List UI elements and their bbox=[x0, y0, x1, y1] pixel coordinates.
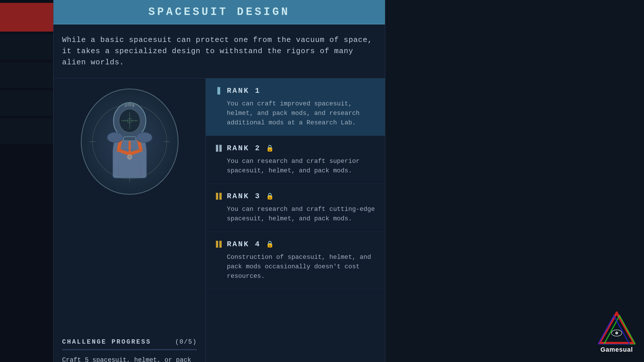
rank-3-label: RANK 3 bbox=[227, 192, 261, 201]
rank-2-description: You can research and craft superior spac… bbox=[216, 157, 375, 176]
main-panel: SPACESUIT DESIGN While a basic spacesuit… bbox=[53, 0, 385, 362]
crosshair-overlay bbox=[89, 101, 170, 182]
left-content: CHALLENGE PROGRESS (0/5) Craft 5 spacesu… bbox=[53, 78, 206, 362]
rank-4-icon bbox=[216, 240, 222, 248]
rank-4-item[interactable]: RANK 4 🔒 Construction of spacesuit, helm… bbox=[206, 232, 385, 289]
title-bar: SPACESUIT DESIGN bbox=[53, 0, 385, 24]
content-area: CHALLENGE PROGRESS (0/5) Craft 5 spacesu… bbox=[53, 78, 385, 362]
rank-1-description: You can craft improved spacesuit, helmet… bbox=[216, 99, 375, 128]
rank-3-icon bbox=[216, 192, 222, 200]
sidebar-item-5[interactable] bbox=[0, 118, 53, 144]
svg-point-32 bbox=[615, 332, 618, 334]
rank-1-label: RANK 1 bbox=[227, 86, 261, 95]
rank-2-header: RANK 2 🔒 bbox=[216, 144, 375, 153]
skill-description: While a basic spacesuit can protect one … bbox=[62, 34, 376, 68]
rank-1-header: RANK 1 bbox=[216, 86, 375, 95]
rank-2-icon bbox=[216, 144, 222, 152]
rank-3-item[interactable]: RANK 3 🔒 You can research and craft cutt… bbox=[206, 184, 385, 232]
logo-text: Gamesual bbox=[600, 346, 633, 353]
rank-3-header: RANK 3 🔒 bbox=[216, 192, 375, 201]
rank-3-lock-icon: 🔒 bbox=[266, 192, 274, 200]
challenge-section: CHALLENGE PROGRESS (0/5) Craft 5 spacesu… bbox=[62, 333, 197, 362]
sidebar-item-3[interactable] bbox=[0, 62, 53, 88]
challenge-header: CHALLENGE PROGRESS (0/5) bbox=[62, 338, 197, 346]
rank-2-label: RANK 2 bbox=[227, 144, 261, 153]
spacesuit-illustration bbox=[78, 87, 181, 196]
sidebar-item-4[interactable] bbox=[0, 90, 53, 116]
right-far-panel: Gamesual bbox=[385, 0, 644, 362]
rank-4-description: Construction of spacesuit, helmet, and p… bbox=[216, 253, 375, 281]
logo-triangle-svg bbox=[598, 311, 635, 344]
svg-marker-28 bbox=[599, 313, 634, 343]
rank-3-description: You can research and craft cutting-edge … bbox=[216, 205, 375, 224]
gamesual-logo: Gamesual bbox=[598, 311, 635, 353]
ranks-panel: RANK 1 You can craft improved spacesuit,… bbox=[206, 78, 385, 362]
rank-2-item[interactable]: RANK 2 🔒 You can research and craft supe… bbox=[206, 136, 385, 184]
progress-bar-container bbox=[62, 349, 197, 350]
rank-4-header: RANK 4 🔒 bbox=[216, 240, 375, 249]
page-title: SPACESUIT DESIGN bbox=[62, 6, 376, 18]
challenge-description: Craft 5 spacesuit, helmet, or pack mods. bbox=[62, 355, 197, 362]
rank-1-icon bbox=[216, 87, 222, 95]
challenge-count: (0/5) bbox=[175, 338, 197, 346]
suit-circle bbox=[81, 88, 179, 195]
svg-point-23 bbox=[92, 105, 166, 179]
rank-1-item[interactable]: RANK 1 You can craft improved spacesuit,… bbox=[206, 78, 385, 136]
sidebar-item-1[interactable] bbox=[0, 3, 53, 32]
rank-4-label: RANK 4 bbox=[227, 240, 261, 249]
challenge-title: CHALLENGE PROGRESS bbox=[62, 338, 151, 346]
rank-2-lock-icon: 🔒 bbox=[266, 145, 274, 152]
left-sidebar bbox=[0, 0, 53, 362]
sidebar-item-2[interactable] bbox=[0, 34, 53, 60]
description-area: While a basic spacesuit can protect one … bbox=[53, 24, 385, 78]
rank-4-lock-icon: 🔒 bbox=[266, 240, 274, 248]
